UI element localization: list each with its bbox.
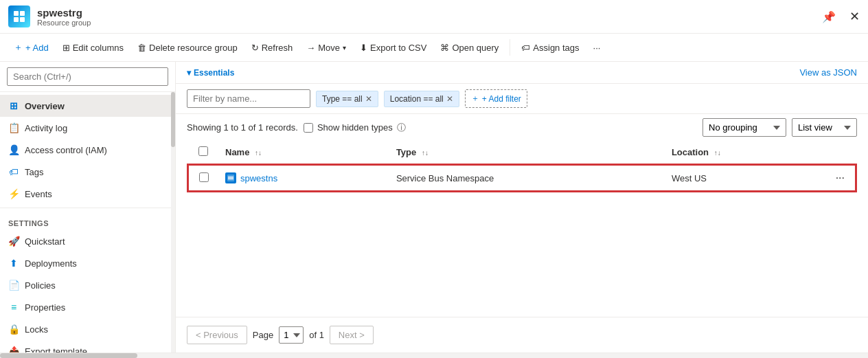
page-select[interactable]: 1 [279,326,304,344]
svg-rect-1 [20,11,25,16]
sidebar-item-policies[interactable]: 📄 Policies [0,274,171,296]
sidebar-item-deployments[interactable]: ⬆ Deployments [0,252,171,274]
sidebar-item-label: Activity log [25,123,67,133]
export-csv-button[interactable]: ⬇ Export to CSV [354,39,432,56]
settings-section-label: Settings [0,211,171,230]
pin-icon[interactable]: 📌 [822,10,836,23]
sidebar-nav: ⊞ Overview 📋 Activity log 👤 Access contr… [0,92,171,353]
svg-rect-2 [14,17,19,22]
edit-columns-button[interactable]: ⊞ Edit columns [57,39,129,56]
next-button[interactable]: Next > [330,326,374,344]
sidebar-item-events[interactable]: ⚡ Events [0,183,171,205]
filter-by-name-input[interactable] [187,89,310,108]
svg-rect-0 [14,11,19,16]
sidebar-item-quickstart[interactable]: 🚀 Quickstart [0,230,171,252]
grouping-select-container: No grouping Resource type Location Tag L… [703,118,857,137]
resource-table: Name ↑↓ Type ↑↓ Location ↑↓ [187,141,857,192]
add-filter-button[interactable]: ＋ + Add filter [465,89,527,108]
horizontal-scrollbar[interactable] [0,353,868,358]
title-bar: spwestrg Resource group 📌 ✕ [0,0,868,34]
add-button[interactable]: ＋ + Add [8,38,54,57]
essentials-toggle[interactable]: ▾ Essentials [187,68,234,78]
sidebar-item-label: Overview [25,101,65,111]
sidebar-item-access-control[interactable]: 👤 Access control (IAM) [0,139,171,161]
toolbar: ＋ + Add ⊞ Edit columns 🗑 Delete resource… [0,34,868,62]
assign-tags-button[interactable]: 🏷 Assign tags [516,39,584,56]
move-button[interactable]: → Move ▾ [301,39,352,56]
more-options-button[interactable]: ··· [588,39,606,56]
sidebar-item-label: Policies [25,280,56,291]
content-area: ▾ Essentials View as JSON Type == all ✕ … [176,62,868,353]
scrollbar-thumb [0,353,137,358]
columns-icon: ⊞ [62,43,70,53]
policies-icon: 📄 [8,280,19,291]
tags-icon: 🏷 [8,166,19,177]
close-icon[interactable]: ✕ [849,9,860,24]
refresh-button[interactable]: ↻ Refresh [246,39,299,56]
open-query-button[interactable]: ⌘ Open query [435,39,504,56]
sidebar-item-overview[interactable]: ⊞ Overview [0,95,171,117]
service-bus-icon [225,172,236,183]
sidebar-item-locks[interactable]: 🔒 Locks [0,318,171,340]
events-icon: ⚡ [8,188,19,199]
location-filter-tag: Location == all ✕ [384,91,459,107]
sidebar-item-tags[interactable]: 🏷 Tags [0,161,171,183]
toolbar-separator [510,39,510,56]
svg-rect-4 [227,175,234,181]
deployments-icon: ⬆ [8,258,19,269]
app-title-group: spwestrg Resource group [37,7,822,27]
name-sort-icon[interactable]: ↑↓ [255,149,262,157]
type-filter-close[interactable]: ✕ [365,94,372,104]
sidebar-item-label: Events [25,189,52,199]
search-input[interactable] [7,67,168,86]
essentials-header: ▾ Essentials View as JSON [176,62,868,84]
location-filter-close[interactable]: ✕ [446,94,453,104]
page-label: Page [253,330,273,340]
sidebar-item-activity-log[interactable]: 📋 Activity log [0,117,171,139]
row-checkbox[interactable] [199,172,209,182]
app-subtitle: Resource group [37,19,822,27]
sidebar-item-properties[interactable]: ≡ Properties [0,296,171,318]
delete-icon: 🗑 [137,43,146,53]
location-sort-icon[interactable]: ↑↓ [714,149,721,157]
sidebar-item-label: Properties [25,302,65,313]
view-as-json-link[interactable]: View as JSON [799,67,857,78]
svg-rect-5 [228,177,233,178]
more-icon: ··· [593,43,601,53]
app-name: spwestrg [37,7,822,19]
query-icon: ⌘ [440,43,449,53]
resource-table-container: Name ↑↓ Type ↑↓ Location ↑↓ [176,141,868,317]
overview-icon: ⊞ [8,100,19,111]
sidebar-search-container [0,62,175,92]
resource-name-link[interactable]: spwestns [225,172,374,183]
refresh-icon: ↻ [251,43,259,53]
filter-bar: Type == all ✕ Location == all ✕ ＋ + Add … [176,84,868,114]
move-chevron-icon: ▾ [343,44,346,52]
properties-icon: ≡ [8,302,19,313]
row-more-options[interactable]: ··· [836,172,845,183]
table-header: Name ↑↓ Type ↑↓ Location ↑↓ [187,141,856,164]
previous-button[interactable]: < Previous [187,326,247,344]
export-template-icon: 📤 [8,346,19,353]
table-body: spwestns Service Bus Namespace West US ·… [187,164,856,192]
sidebar-item-label: Tags [25,167,43,177]
info-icon: ⓘ [397,122,406,134]
records-bar: Showing 1 to 1 of 1 records. Show hidden… [176,114,868,141]
quickstart-icon: 🚀 [8,236,19,247]
grouping-select[interactable]: No grouping Resource type Location Tag [703,118,786,137]
delete-button[interactable]: 🗑 Delete resource group [132,39,243,56]
sidebar-item-export-template[interactable]: 📤 Export template [0,340,171,353]
export-icon: ⬇ [360,43,367,53]
locks-icon: 🔒 [8,324,19,335]
records-count: Showing 1 to 1 of 1 records. [187,122,298,133]
list-view-select[interactable]: List view Tiles view [792,118,857,137]
add-icon: ＋ [14,41,23,54]
sidebar-scrollbar[interactable] [171,92,175,353]
show-hidden-container: Show hidden types ⓘ [304,122,406,134]
move-icon: → [306,43,315,53]
pagination: < Previous Page 1 of 1 Next > [176,317,868,353]
show-hidden-checkbox[interactable] [304,123,313,133]
type-sort-icon[interactable]: ↑↓ [422,149,429,157]
select-all-checkbox[interactable] [198,146,208,156]
main-layout: ⊞ Overview 📋 Activity log 👤 Access contr… [0,62,868,353]
